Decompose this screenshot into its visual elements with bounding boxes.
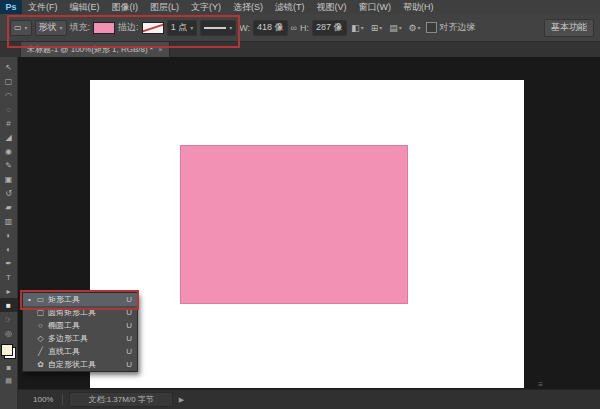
document-tab[interactable]: 未标题-1 @ 100%(矩形 1, RGB/8) * × bbox=[20, 41, 170, 57]
flyout-item-rectangle-tool[interactable]: • ▭ 矩形工具 U bbox=[23, 293, 137, 306]
stroke-style-dropdown[interactable]: ▾ bbox=[200, 20, 236, 36]
status-options-arrow-icon[interactable]: ▶ bbox=[179, 396, 184, 404]
flyout-item-label: 椭圆工具 bbox=[48, 320, 80, 331]
solid-line-icon bbox=[204, 27, 226, 29]
menu-edit[interactable]: 编辑(E) bbox=[64, 0, 106, 14]
eraser-tool[interactable]: ▰ bbox=[0, 200, 18, 214]
chevron-down-icon: ▾ bbox=[190, 25, 193, 31]
shortcut-key: U bbox=[126, 308, 132, 317]
shape-height-input[interactable]: 287 像 bbox=[312, 20, 347, 36]
chevron-down-icon: ▾ bbox=[361, 25, 364, 31]
canvas-resize-grip[interactable]: ≡ bbox=[538, 380, 543, 389]
rectangle-preset-icon: ▭ bbox=[14, 23, 22, 32]
flyout-item-label: 圆角矩形工具 bbox=[48, 307, 96, 318]
quick-mask-button[interactable]: ◙ bbox=[0, 361, 18, 373]
path-alignment-icon: ⊞ bbox=[371, 23, 379, 33]
fill-label: 填充: bbox=[70, 21, 91, 34]
path-operations-icon: ◧ bbox=[351, 23, 360, 33]
shortcut-key: U bbox=[126, 347, 132, 356]
shape-height-value: 287 像 bbox=[316, 21, 343, 34]
flyout-item-label: 多边形工具 bbox=[48, 333, 88, 344]
workspace-label: 基本功能 bbox=[551, 21, 587, 34]
height-label: H: bbox=[300, 23, 309, 33]
dodge-tool[interactable]: ◐ bbox=[0, 242, 18, 256]
menu-select[interactable]: 选择(S) bbox=[227, 0, 269, 14]
gradient-tool[interactable]: ▥ bbox=[0, 214, 18, 228]
menu-filter[interactable]: 滤镜(T) bbox=[269, 0, 311, 14]
stroke-color-swatch[interactable] bbox=[142, 22, 164, 34]
pen-tool[interactable]: ✒ bbox=[0, 256, 18, 270]
menu-window[interactable]: 窗口(W) bbox=[353, 0, 398, 14]
shape-width-value: 418 像 bbox=[257, 21, 284, 34]
chevron-down-icon: ▾ bbox=[25, 25, 28, 31]
clone-stamp-tool[interactable]: ▣ bbox=[0, 172, 18, 186]
flyout-item-label: 自定形状工具 bbox=[48, 359, 96, 370]
menu-layer[interactable]: 图层(L) bbox=[144, 0, 185, 14]
menu-view[interactable]: 视图(V) bbox=[311, 0, 353, 14]
pink-rectangle-shape[interactable] bbox=[180, 145, 408, 304]
menu-type[interactable]: 文字(Y) bbox=[185, 0, 227, 14]
chevron-down-icon: ▾ bbox=[229, 25, 232, 31]
flyout-item-label: 矩形工具 bbox=[48, 294, 80, 305]
crop-tool[interactable]: # bbox=[0, 116, 18, 130]
type-tool[interactable]: T bbox=[0, 270, 18, 284]
tool-preset-dropdown[interactable]: ▭ ▾ bbox=[10, 20, 32, 36]
geometry-options-button[interactable]: ⚙ ▾ bbox=[407, 20, 423, 36]
document-tab-bar: 未标题-1 @ 100%(矩形 1, RGB/8) * × bbox=[0, 42, 600, 58]
quick-selection-tool[interactable]: ◌ bbox=[0, 102, 18, 116]
tool-mode-value: 形状 bbox=[39, 21, 57, 34]
menu-file[interactable]: 文件(F) bbox=[22, 0, 64, 14]
path-alignment-button[interactable]: ⊞ ▾ bbox=[369, 20, 385, 36]
fill-color-swatch[interactable] bbox=[93, 22, 115, 34]
eyedropper-tool[interactable]: ◢ bbox=[0, 130, 18, 144]
chevron-down-icon: ▾ bbox=[379, 25, 382, 31]
flyout-item-custom-shape-tool[interactable]: ✿ 自定形状工具 U bbox=[23, 358, 137, 371]
link-dimensions-icon[interactable]: ∞ bbox=[291, 23, 297, 33]
document-page[interactable] bbox=[90, 80, 524, 388]
screen-mode-button[interactable]: ▤ bbox=[0, 375, 18, 387]
document-size-info: 文档:1.37M/0 字节 bbox=[69, 392, 172, 407]
custom-shape-tool-icon: ✿ bbox=[36, 360, 45, 369]
width-label: W: bbox=[239, 23, 250, 33]
status-bar: 100% 文档:1.37M/0 字节 ▶ bbox=[18, 389, 600, 409]
path-operations-button[interactable]: ◧ ▾ bbox=[350, 20, 366, 36]
menu-help[interactable]: 帮助(H) bbox=[397, 0, 440, 14]
polygon-tool-icon: ◇ bbox=[36, 334, 45, 343]
stroke-width-input[interactable]: 1 点 ▾ bbox=[167, 20, 198, 36]
foreground-color-swatch[interactable] bbox=[1, 344, 13, 356]
menu-bar: Ps 文件(F) 编辑(E) 图像(I) 图层(L) 文字(Y) 选择(S) 滤… bbox=[0, 0, 600, 15]
flyout-item-ellipse-tool[interactable]: ○ 椭圆工具 U bbox=[23, 319, 137, 332]
flyout-item-rounded-rectangle-tool[interactable]: ▢ 圆角矩形工具 U bbox=[23, 306, 137, 319]
blur-tool[interactable]: ◗ bbox=[0, 228, 18, 242]
close-icon[interactable]: × bbox=[158, 45, 163, 54]
rectangle-tool-icon: ▭ bbox=[36, 295, 45, 304]
shape-width-input[interactable]: 418 像 bbox=[253, 20, 288, 36]
flyout-item-polygon-tool[interactable]: ◇ 多边形工具 U bbox=[23, 332, 137, 345]
tool-mode-dropdown[interactable]: 形状 ▾ bbox=[35, 20, 67, 36]
zoom-level-field[interactable]: 100% bbox=[30, 394, 56, 405]
zoom-tool[interactable]: ◎ bbox=[0, 326, 18, 340]
flyout-item-line-tool[interactable]: ╱ 直线工具 U bbox=[23, 345, 137, 358]
path-arrangement-icon: ▤ bbox=[389, 23, 398, 33]
shortcut-key: U bbox=[126, 295, 132, 304]
lasso-tool[interactable]: ◠ bbox=[0, 88, 18, 102]
healing-brush-tool[interactable]: ◉ bbox=[0, 144, 18, 158]
ellipse-tool-icon: ○ bbox=[36, 321, 45, 330]
marquee-tool[interactable]: ▢ bbox=[0, 74, 18, 88]
move-tool[interactable]: ↖ bbox=[0, 60, 18, 74]
stroke-label: 描边: bbox=[118, 21, 139, 34]
menu-image[interactable]: 图像(I) bbox=[106, 0, 145, 14]
status-divider bbox=[62, 394, 63, 405]
shortcut-key: U bbox=[126, 360, 132, 369]
align-edges-checkbox[interactable] bbox=[426, 22, 437, 33]
workspace-switcher-button[interactable]: 基本功能 bbox=[544, 19, 594, 37]
shape-tools-flyout-menu: • ▭ 矩形工具 U ▢ 圆角矩形工具 U ○ 椭圆工具 U ◇ 多边形工具 U… bbox=[22, 292, 138, 372]
brush-tool[interactable]: ✎ bbox=[0, 158, 18, 172]
path-selection-tool[interactable]: ▸ bbox=[0, 284, 18, 298]
hand-tool[interactable]: ☞ bbox=[0, 312, 18, 326]
rectangle-tool[interactable]: ■ bbox=[0, 298, 18, 312]
path-arrangement-button[interactable]: ▤ ▾ bbox=[388, 20, 404, 36]
history-brush-tool[interactable]: ↺ bbox=[0, 186, 18, 200]
chevron-down-icon: ▾ bbox=[418, 25, 421, 31]
line-tool-icon: ╱ bbox=[36, 347, 45, 356]
